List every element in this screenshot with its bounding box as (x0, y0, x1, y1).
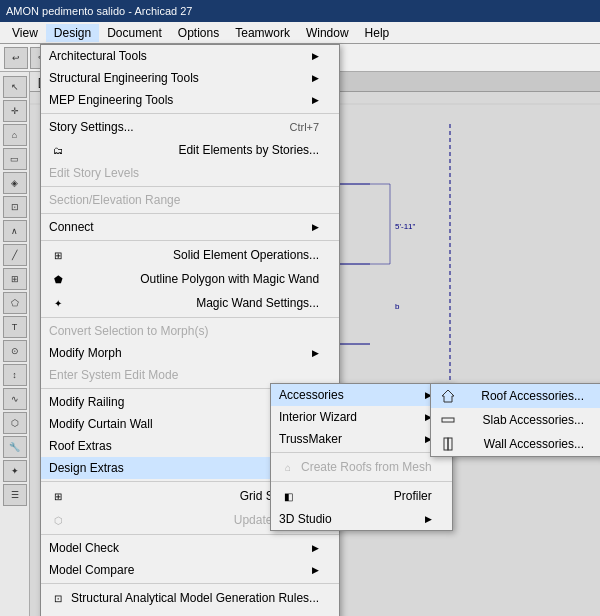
left-tool-2[interactable]: ✛ (3, 100, 27, 122)
left-tool-15[interactable]: ⬡ (3, 412, 27, 434)
wall-acc-icon (439, 436, 457, 452)
menu-3d-studio[interactable]: 3D Studio ▶ (271, 508, 452, 530)
left-toolbar: ↖ ✛ ⌂ ▭ ◈ ⊡ ∧ ╱ ⊞ ⬠ T ⊙ ↕ ∿ ⬡ 🔧 ✦ ☰ (0, 72, 30, 616)
menu-slab-accessories[interactable]: Slab Accessories... (431, 408, 600, 432)
menu-modify-morph[interactable]: Modify Morph ▶ (41, 342, 339, 364)
separator-extras-2 (271, 481, 452, 482)
menu-accessories[interactable]: Accessories ▶ (271, 384, 452, 406)
menu-design[interactable]: Design (46, 24, 99, 42)
solid-elem-icon: ⊞ (49, 247, 67, 263)
left-tool-4[interactable]: ▭ (3, 148, 27, 170)
svg-text:b: b (395, 302, 400, 311)
left-tool-3[interactable]: ⌂ (3, 124, 27, 146)
menu-section-elevation-range: Section/Elevation Range (41, 189, 339, 211)
left-tool-16[interactable]: 🔧 (3, 436, 27, 458)
separator-2 (41, 186, 339, 187)
menu-document[interactable]: Document (99, 24, 170, 42)
left-tool-5[interactable]: ◈ (3, 172, 27, 194)
menu-architectural-tools[interactable]: Architectural Tools ▶ (41, 45, 339, 67)
menu-interior-wizard[interactable]: Interior Wizard ▶ (271, 406, 452, 428)
arrow-right-icon: ▶ (312, 73, 319, 83)
title-bar: AMON pedimento salido - Archicad 27 (0, 0, 600, 22)
svg-text:5'-11": 5'-11" (395, 222, 416, 231)
grid-icon: ⊞ (49, 488, 67, 504)
menu-magic-wand-settings[interactable]: ✦ Magic Wand Settings... (41, 291, 339, 315)
menu-bar: View Design Document Options Teamwork Wi… (0, 22, 600, 44)
menu-options[interactable]: Options (170, 24, 227, 42)
left-tool-10[interactable]: ⬠ (3, 292, 27, 314)
arrow-right-icon: ▶ (312, 222, 319, 232)
left-tool-13[interactable]: ↕ (3, 364, 27, 386)
menu-view[interactable]: View (4, 24, 46, 42)
menu-mep-engineering-tools[interactable]: MEP Engineering Tools ▶ (41, 89, 339, 111)
left-tool-17[interactable]: ✦ (3, 460, 27, 482)
zones-icon: ⬡ (49, 512, 67, 528)
separator-4 (41, 240, 339, 241)
menu-roof-accessories[interactable]: Roof Accessories... (431, 384, 600, 408)
separator-1 (41, 113, 339, 114)
menu-model-compare[interactable]: Model Compare ▶ (41, 559, 339, 581)
separator-5 (41, 317, 339, 318)
menu-structural-analytical-elements[interactable]: Structural Analytical Elements ▶ (41, 610, 339, 616)
profiler-icon: ◧ (279, 488, 297, 504)
svg-rect-18 (442, 418, 454, 422)
slab-acc-icon (439, 412, 457, 428)
menu-help[interactable]: Help (357, 24, 398, 42)
arrow-right-icon: ▶ (312, 543, 319, 553)
menu-structural-analytical-model[interactable]: ⊡ Structural Analytical Model Generation… (41, 586, 339, 610)
menu-trussmaker[interactable]: TrussMaker ▶ (271, 428, 452, 450)
menu-outline-polygon[interactable]: ⬟ Outline Polygon with Magic Wand (41, 267, 339, 291)
menu-convert-selection: Convert Selection to Morph(s) (41, 320, 339, 342)
menu-solid-element-operations[interactable]: ⊞ Solid Element Operations... (41, 243, 339, 267)
edit-stories-icon: 🗂 (49, 142, 67, 158)
left-tool-14[interactable]: ∿ (3, 388, 27, 410)
left-tool-18[interactable]: ☰ (3, 484, 27, 506)
arrow-right-icon: ▶ (312, 95, 319, 105)
left-tool-6[interactable]: ⊡ (3, 196, 27, 218)
svg-rect-20 (448, 438, 452, 450)
menu-teamwork[interactable]: Teamwork (227, 24, 298, 42)
menu-edit-elements-by-stories[interactable]: 🗂 Edit Elements by Stories... (41, 138, 339, 162)
roof-acc-icon (439, 388, 457, 404)
menu-wall-accessories[interactable]: Wall Accessories... (431, 432, 600, 456)
roof-mesh-icon: ⌂ (279, 459, 297, 475)
magic-wand-icon: ✦ (49, 295, 67, 311)
left-tool-9[interactable]: ⊞ (3, 268, 27, 290)
svg-marker-17 (442, 390, 454, 402)
menu-profiler[interactable]: ◧ Profiler (271, 484, 452, 508)
menu-story-settings[interactable]: Story Settings... Ctrl+7 (41, 116, 339, 138)
menu-window[interactable]: Window (298, 24, 357, 42)
design-extras-submenu: Accessories ▶ Interior Wizard ▶ TrussMak… (270, 383, 453, 531)
svg-rect-19 (444, 438, 448, 450)
left-tool-8[interactable]: ╱ (3, 244, 27, 266)
shortcut-ctrl7: Ctrl+7 (289, 121, 319, 133)
accessories-submenu: Roof Accessories... Slab Accessories... … (430, 383, 600, 457)
left-tool-11[interactable]: T (3, 316, 27, 338)
outline-polygon-icon: ⬟ (49, 271, 67, 287)
structural-icon: ⊡ (49, 590, 67, 606)
separator-8 (41, 534, 339, 535)
left-tool-1[interactable]: ↖ (3, 76, 27, 98)
toolbar-btn-1[interactable]: ↩ (4, 47, 28, 69)
menu-connect[interactable]: Connect ▶ (41, 216, 339, 238)
arrow-right-icon: ▶ (312, 51, 319, 61)
menu-create-roofs-from-mesh: ⌂ Create Roofs from Mesh (271, 455, 452, 479)
menu-structural-engineering-tools[interactable]: Structural Engineering Tools ▶ (41, 67, 339, 89)
arrow-right-icon: ▶ (312, 565, 319, 575)
left-tool-12[interactable]: ⊙ (3, 340, 27, 362)
menu-edit-story-levels: Edit Story Levels (41, 162, 339, 184)
separator-extras-1 (271, 452, 452, 453)
separator-3 (41, 213, 339, 214)
arrow-right-icon: ▶ (312, 348, 319, 358)
menu-model-check[interactable]: Model Check ▶ (41, 537, 339, 559)
separator-9 (41, 583, 339, 584)
title-text: AMON pedimento salido - Archicad 27 (6, 5, 192, 17)
left-tool-7[interactable]: ∧ (3, 220, 27, 242)
arrow-right-icon: ▶ (425, 514, 432, 524)
